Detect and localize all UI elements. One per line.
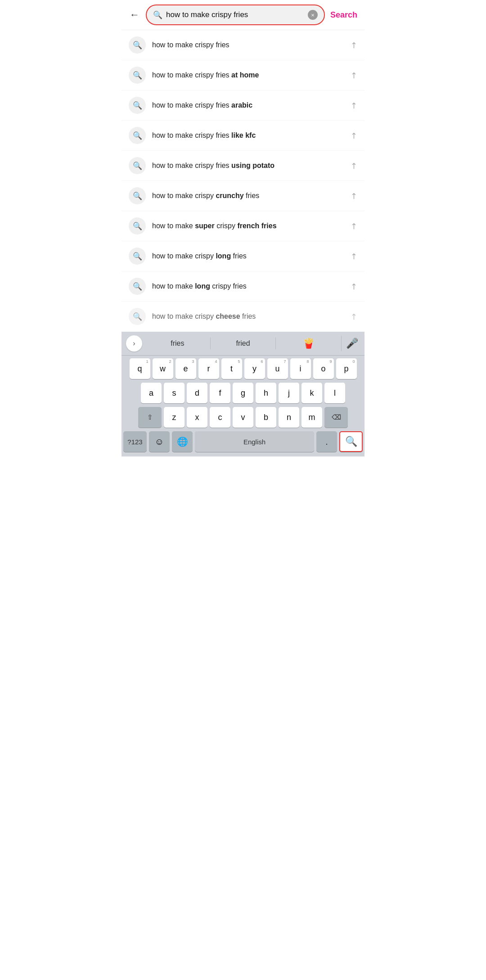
- autocomplete-word-1[interactable]: fries: [145, 338, 211, 349]
- arrow-icon: ↗: [348, 280, 360, 292]
- suggestion-item[interactable]: 🔍 how to make long crispy fries ↗: [122, 271, 364, 302]
- back-button[interactable]: ←: [127, 6, 142, 23]
- suggestion-search-icon: 🔍: [129, 308, 146, 325]
- key-n[interactable]: n: [279, 407, 299, 428]
- autocomplete-expand-button[interactable]: ›: [126, 335, 142, 352]
- suggestion-search-icon: 🔍: [129, 217, 146, 235]
- suggestion-text: how to make crispy cheese fries: [152, 312, 344, 321]
- suggestion-item[interactable]: 🔍 how to make crispy crunchy fries ↗: [122, 181, 364, 211]
- key-x[interactable]: x: [187, 407, 207, 428]
- suggestion-text: how to make crispy long fries: [152, 251, 344, 261]
- keyboard-row-1: 1q 2w 3e 4r 5t 6y 7u 8i 9o 0p: [122, 358, 364, 379]
- key-m[interactable]: m: [302, 407, 322, 428]
- key-c[interactable]: c: [210, 407, 230, 428]
- back-icon: ←: [130, 9, 140, 20]
- suggestion-search-icon: 🔍: [129, 187, 146, 204]
- suggestion-search-icon: 🔍: [129, 36, 146, 54]
- suggestion-search-icon: 🔍: [129, 127, 146, 144]
- suggestion-text: how to make crispy fries: [152, 40, 344, 50]
- keyboard-area: › fries fried 🍟 🎤 1q 2w 3e 4r 5t 6y 7u 8…: [122, 332, 364, 456]
- suggestion-text: how to make crispy fries like kfc: [152, 131, 344, 140]
- keyboard-bottom-row: ?123 ☺ 🌐 English . 🔍: [122, 431, 364, 455]
- key-y[interactable]: 6y: [244, 358, 265, 379]
- key-h[interactable]: h: [256, 383, 276, 403]
- arrow-icon: ↗: [348, 69, 360, 81]
- suggestion-item[interactable]: 🔍 how to make super crispy french fries …: [122, 211, 364, 241]
- suggestion-text: how to make crispy crunchy fries: [152, 191, 344, 201]
- key-t[interactable]: 5t: [221, 358, 242, 379]
- suggestion-item[interactable]: 🔍 how to make crispy fries like kfc ↗: [122, 121, 364, 151]
- clear-icon: ×: [311, 12, 315, 18]
- suggestion-text: how to make crispy fries arabic: [152, 100, 344, 110]
- key-k[interactable]: k: [302, 383, 322, 403]
- suggestion-item[interactable]: 🔍 how to make crispy fries arabic ↗: [122, 90, 364, 121]
- autocomplete-word-2[interactable]: fried: [211, 338, 276, 349]
- search-input[interactable]: [166, 10, 304, 19]
- suggestions-list: 🔍 how to make crispy fries ↗ 🔍 how to ma…: [122, 30, 364, 332]
- key-e[interactable]: 3e: [176, 358, 196, 379]
- backspace-key[interactable]: ⌫: [324, 407, 348, 428]
- arrow-icon: ↗: [348, 220, 360, 232]
- search-button-label: Search: [330, 10, 357, 19]
- key-z[interactable]: z: [164, 407, 184, 428]
- suggestion-text: how to make crispy fries using potato: [152, 161, 344, 171]
- search-box: 🔍 ×: [146, 5, 325, 25]
- key-r[interactable]: 4r: [198, 358, 219, 379]
- arrow-icon: ↗: [348, 190, 360, 202]
- suggestion-item[interactable]: 🔍 how to make crispy fries at home ↗: [122, 60, 364, 90]
- key-f[interactable]: f: [210, 383, 230, 403]
- shift-key[interactable]: ⇧: [138, 407, 162, 428]
- symbols-key[interactable]: ?123: [123, 431, 147, 452]
- autocomplete-emoji[interactable]: 🍟: [276, 336, 342, 351]
- suggestion-search-icon: 🔍: [129, 157, 146, 174]
- keyboard-row-3: ⇧ z x c v b n m ⌫: [122, 407, 364, 428]
- search-button[interactable]: Search: [328, 8, 359, 23]
- clear-button[interactable]: ×: [308, 10, 318, 20]
- globe-key[interactable]: 🌐: [172, 431, 193, 452]
- arrow-icon: ↗: [348, 39, 360, 51]
- search-header: ← 🔍 × Search: [122, 0, 364, 30]
- arrow-icon: ↗: [348, 311, 360, 322]
- suggestion-item[interactable]: 🔍 how to make crispy fries using potato …: [122, 151, 364, 181]
- arrow-icon: ↗: [348, 130, 360, 141]
- key-d[interactable]: d: [187, 383, 207, 403]
- key-i[interactable]: 8i: [290, 358, 311, 379]
- suggestion-search-icon: 🔍: [129, 67, 146, 84]
- key-w[interactable]: 2w: [153, 358, 173, 379]
- key-v[interactable]: v: [233, 407, 253, 428]
- key-s[interactable]: s: [164, 383, 184, 403]
- suggestion-text: how to make crispy fries at home: [152, 70, 344, 80]
- keyboard-row-2: a s d f g h j k l: [122, 383, 364, 403]
- period-key[interactable]: .: [316, 431, 337, 452]
- suggestion-search-icon: 🔍: [129, 248, 146, 265]
- key-j[interactable]: j: [279, 383, 299, 403]
- suggestion-search-icon: 🔍: [129, 97, 146, 114]
- key-u[interactable]: 7u: [267, 358, 288, 379]
- language-key[interactable]: English: [195, 431, 314, 452]
- suggestion-item[interactable]: 🔍 how to make crispy long fries ↗: [122, 241, 364, 271]
- suggestion-item[interactable]: 🔍 how to make crispy fries ↗: [122, 30, 364, 60]
- arrow-icon: ↗: [348, 250, 360, 262]
- key-p[interactable]: 0p: [336, 358, 357, 379]
- emoji-key[interactable]: ☺: [149, 431, 170, 452]
- key-g[interactable]: g: [233, 383, 253, 403]
- microphone-icon[interactable]: 🎤: [346, 338, 358, 349]
- key-o[interactable]: 9o: [313, 358, 334, 379]
- search-icon: 🔍: [153, 10, 162, 20]
- key-b[interactable]: b: [256, 407, 276, 428]
- search-enter-key[interactable]: 🔍: [339, 431, 363, 452]
- keyboard: 1q 2w 3e 4r 5t 6y 7u 8i 9o 0p a s d f g …: [122, 356, 364, 456]
- autocomplete-bar: › fries fried 🍟 🎤: [122, 332, 364, 356]
- key-q[interactable]: 1q: [130, 358, 150, 379]
- key-a[interactable]: a: [141, 383, 162, 403]
- suggestion-item[interactable]: 🔍 how to make crispy cheese fries ↗: [122, 302, 364, 332]
- arrow-icon: ↗: [348, 160, 360, 172]
- key-l[interactable]: l: [324, 383, 345, 403]
- arrow-icon: ↗: [348, 99, 360, 111]
- suggestion-text: how to make long crispy fries: [152, 281, 344, 291]
- suggestion-search-icon: 🔍: [129, 278, 146, 295]
- suggestion-text: how to make super crispy french fries: [152, 221, 344, 231]
